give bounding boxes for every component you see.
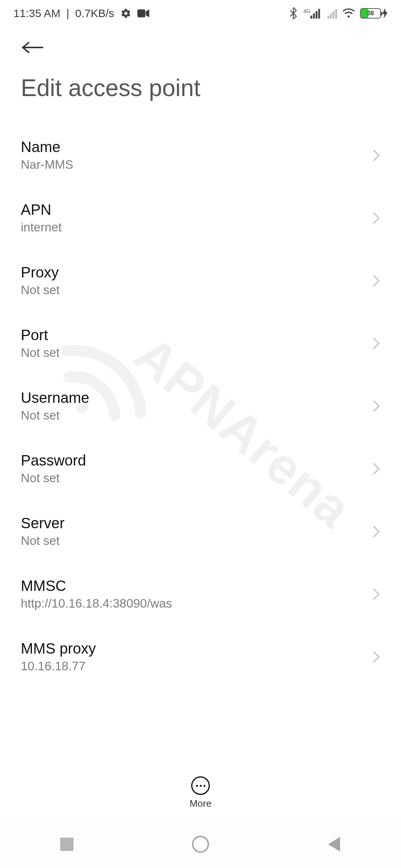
status-bar: 11:35 AM | 0.7KB/s 4G — [0, 0, 401, 27]
row-label: Password — [21, 452, 366, 469]
status-left: 11:35 AM | 0.7KB/s — [13, 7, 149, 20]
more-label: More — [189, 798, 211, 809]
android-nav-bar — [0, 821, 401, 868]
wifi-icon — [342, 8, 355, 19]
arrow-left-icon — [21, 40, 45, 55]
chevron-right-icon — [372, 650, 380, 664]
nav-home[interactable] — [192, 836, 209, 853]
row-label: Port — [21, 327, 366, 343]
row-username[interactable]: Username Not set — [21, 375, 380, 437]
signal-4g-label: 4G — [303, 8, 310, 14]
svg-rect-2 — [137, 9, 145, 17]
nav-recents[interactable] — [58, 836, 75, 853]
row-label: MMSC — [21, 578, 366, 594]
chevron-right-icon — [372, 462, 380, 476]
row-value: Not set — [21, 534, 366, 548]
row-name[interactable]: Name Nar-MMS — [21, 124, 380, 187]
chevron-right-icon — [372, 336, 380, 351]
chevron-right-icon — [372, 525, 380, 539]
row-value: internet — [21, 220, 366, 234]
status-speed: 0.7KB/s — [75, 7, 114, 20]
row-proxy[interactable]: Proxy Not set — [21, 249, 380, 312]
more-icon — [191, 776, 210, 795]
bluetooth-icon — [289, 7, 297, 19]
row-mms-proxy[interactable]: MMS proxy 10.16.18.77 — [21, 625, 380, 688]
row-label: APN — [21, 201, 366, 218]
nav-back[interactable] — [326, 836, 343, 853]
chevron-right-icon — [372, 148, 380, 162]
signal-2-icon — [327, 8, 337, 19]
row-value: Not set — [21, 471, 366, 485]
camera-icon — [137, 9, 149, 18]
chevron-right-icon — [372, 399, 380, 413]
row-password[interactable]: Password Not set — [21, 437, 380, 500]
status-right: 4G 38 — [289, 7, 388, 19]
status-time: 11:35 AM — [13, 7, 61, 20]
row-label: MMS proxy — [21, 640, 366, 657]
back-button[interactable] — [21, 34, 48, 61]
row-mmsc[interactable]: MMSC http://10.16.18.4:38090/was — [21, 563, 380, 625]
row-value: Not set — [21, 408, 366, 423]
svg-point-3 — [348, 16, 350, 18]
row-label: Proxy — [21, 264, 366, 281]
row-server[interactable]: Server Not set — [21, 500, 380, 563]
bottom-toolbar: More — [0, 765, 401, 821]
more-button[interactable]: More — [189, 776, 211, 809]
row-apn[interactable]: APN internet — [21, 187, 380, 249]
battery-icon: 38 — [360, 8, 381, 19]
row-value: http://10.16.18.4:38090/was — [21, 596, 366, 611]
chevron-right-icon — [372, 587, 380, 601]
signal-1-icon — [310, 8, 320, 19]
row-label: Server — [21, 515, 366, 532]
chevron-right-icon — [372, 274, 380, 288]
row-label: Username — [21, 389, 366, 406]
row-port[interactable]: Port Not set — [21, 312, 380, 375]
page-title: Edit access point — [21, 74, 388, 102]
charging-icon — [382, 8, 388, 19]
row-value: Not set — [21, 283, 366, 297]
row-label: Name — [21, 139, 366, 155]
row-value: Nar-MMS — [21, 158, 366, 172]
settings-icon — [120, 8, 131, 19]
row-value: Not set — [21, 346, 366, 360]
row-value: 10.16.18.77 — [21, 659, 366, 673]
chevron-right-icon — [372, 211, 380, 225]
